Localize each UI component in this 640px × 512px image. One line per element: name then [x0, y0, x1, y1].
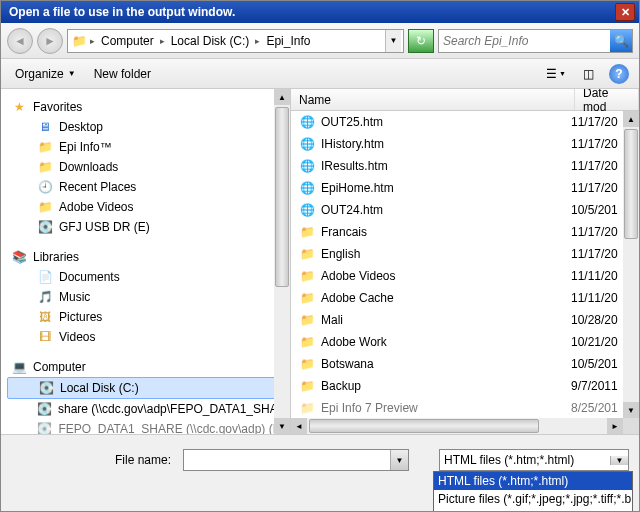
scroll-track[interactable] — [623, 127, 639, 402]
breadcrumb-seg[interactable]: Local Disk (C:) — [167, 34, 254, 48]
preview-pane-button[interactable]: ◫ — [577, 63, 599, 85]
documents-icon: 📄 — [37, 269, 53, 285]
filetype-option[interactable]: HTML files (*.htm;*.html) — [434, 472, 632, 490]
tree-item[interactable]: 🎞Videos — [7, 327, 290, 347]
file-name: Adobe Work — [321, 335, 387, 349]
breadcrumb-seg[interactable]: Epi_Info — [262, 34, 314, 48]
recent-icon: 🕘 — [37, 179, 53, 195]
file-name: OUT24.htm — [321, 203, 383, 217]
tree-item[interactable]: 📄Documents — [7, 267, 290, 287]
tree-scrollbar[interactable]: ▲ ▼ — [274, 89, 290, 434]
folder-icon: 📁 — [299, 268, 315, 284]
file-row[interactable]: 📁Epi Info 7 Preview8/25/201 — [291, 397, 639, 419]
filename-input[interactable] — [184, 450, 390, 470]
back-button[interactable]: ◄ — [7, 28, 33, 54]
list-scrollbar-h[interactable]: ◄ ► — [291, 418, 639, 434]
filetype-dropdown: HTML files (*.htm;*.html) Picture files … — [433, 471, 633, 512]
help-button[interactable]: ? — [609, 64, 629, 84]
breadcrumb[interactable]: 📁 ▸ Computer ▸ Local Disk (C:) ▸ Epi_Inf… — [67, 29, 404, 53]
drive-icon: 💽 — [38, 380, 54, 396]
tree-item[interactable]: 🖥Desktop — [7, 117, 290, 137]
tree-section-computer[interactable]: 💻Computer — [7, 357, 290, 377]
scroll-up-icon[interactable]: ▲ — [274, 89, 290, 105]
file-row[interactable]: 📁English11/17/20 — [291, 243, 639, 265]
file-row[interactable]: 📁Adobe Cache11/11/20 — [291, 287, 639, 309]
column-date[interactable]: Date mod — [575, 89, 639, 110]
scroll-down-icon[interactable]: ▼ — [274, 418, 290, 434]
filetype-combo[interactable]: HTML files (*.htm;*.html) ▼ — [439, 449, 629, 471]
file-date: 11/11/20 — [571, 269, 631, 283]
file-row[interactable]: 🌐OUT24.htm10/5/201 — [291, 199, 639, 221]
tree-item[interactable]: 💽share (\\cdc.gov\adp\FEPO_DATA1_SHARE) … — [7, 399, 290, 419]
scroll-thumb[interactable] — [309, 419, 539, 433]
search-icon[interactable]: 🔍 — [610, 30, 632, 52]
filetype-option[interactable]: Picture files (*.gif;*.jpeg;*.jpg;*.tiff… — [434, 490, 632, 508]
tree-item[interactable]: 🖼Pictures — [7, 307, 290, 327]
window-title: Open a file to use in the output window. — [5, 5, 615, 19]
folder-icon: 📁 — [37, 139, 53, 155]
file-name: Francais — [321, 225, 367, 239]
file-date: 11/17/20 — [571, 247, 631, 261]
network-drive-icon: 💽 — [37, 421, 52, 434]
list-body: 🌐OUT25.htm11/17/20🌐IHistory.htm11/17/20🌐… — [291, 111, 639, 434]
tree-item[interactable]: 📁Adobe Videos — [7, 197, 290, 217]
file-name: Adobe Cache — [321, 291, 394, 305]
scroll-right-icon[interactable]: ► — [607, 418, 623, 434]
view-button[interactable]: ☰▼ — [545, 63, 567, 85]
html-file-icon: 🌐 — [299, 202, 315, 218]
list-scrollbar-v[interactable]: ▲ ▼ — [623, 111, 639, 418]
tree-item[interactable]: 🕘Recent Places — [7, 177, 290, 197]
file-row[interactable]: 📁Mali10/28/20 — [291, 309, 639, 331]
file-row[interactable]: 📁Backup9/7/2011 — [291, 375, 639, 397]
close-button[interactable]: ✕ — [615, 3, 635, 21]
file-date: 11/17/20 — [571, 115, 631, 129]
file-name: EpiHome.htm — [321, 181, 394, 195]
breadcrumb-seg[interactable]: Computer — [97, 34, 158, 48]
toolbar: Organize▼ New folder ☰▼ ◫ ? — [1, 59, 639, 89]
column-name[interactable]: Name — [291, 89, 575, 110]
chevron-down-icon[interactable]: ▼ — [390, 450, 408, 470]
search-input[interactable] — [439, 34, 610, 48]
file-name: Adobe Videos — [321, 269, 396, 283]
file-row[interactable]: 📁Botswana10/5/201 — [291, 353, 639, 375]
tree-section-libraries[interactable]: 📚Libraries — [7, 247, 290, 267]
scroll-down-icon[interactable]: ▼ — [623, 402, 639, 418]
file-row[interactable]: 📁Francais11/17/20 — [291, 221, 639, 243]
new-folder-button[interactable]: New folder — [90, 65, 155, 83]
forward-button[interactable]: ► — [37, 28, 63, 54]
file-row[interactable]: 📁Adobe Videos11/11/20 — [291, 265, 639, 287]
star-icon: ★ — [11, 99, 27, 115]
chevron-down-icon[interactable]: ▼ — [610, 456, 628, 465]
scroll-up-icon[interactable]: ▲ — [623, 111, 639, 127]
file-name: IHistory.htm — [321, 137, 384, 151]
tree-item[interactable]: 💽GFJ USB DR (E) — [7, 217, 290, 237]
file-row[interactable]: 🌐IResults.htm11/17/20 — [291, 155, 639, 177]
filetype-option[interactable]: XML files (*.xml) — [434, 508, 632, 512]
file-row[interactable]: 🌐EpiHome.htm11/17/20 — [291, 177, 639, 199]
breadcrumb-dropdown[interactable]: ▼ — [385, 30, 401, 52]
tree-section-favorites[interactable]: ★Favorites — [7, 97, 290, 117]
libraries-icon: 📚 — [11, 249, 27, 265]
scroll-track[interactable] — [307, 418, 607, 434]
file-date: 10/5/201 — [571, 357, 631, 371]
file-row[interactable]: 🌐OUT25.htm11/17/20 — [291, 111, 639, 133]
refresh-button[interactable]: ↻ — [408, 29, 434, 53]
scroll-thumb[interactable] — [275, 107, 289, 287]
filename-combo: ▼ — [183, 449, 409, 471]
nav-tree: ★Favorites 🖥Desktop 📁Epi Info™ 📁Download… — [1, 89, 291, 434]
file-row[interactable]: 🌐IHistory.htm11/17/20 — [291, 133, 639, 155]
search-box: 🔍 — [438, 29, 633, 53]
scroll-track[interactable] — [274, 105, 290, 418]
tree-item[interactable]: 🎵Music — [7, 287, 290, 307]
file-date: 11/17/20 — [571, 225, 631, 239]
file-name: Botswana — [321, 357, 374, 371]
file-row[interactable]: 📁Adobe Work10/21/20 — [291, 331, 639, 353]
tree-item[interactable]: 📁Downloads — [7, 157, 290, 177]
tree-item[interactable]: 💽FEPO_DATA1_SHARE (\\cdc.gov\adp) (M:) — [7, 419, 290, 434]
folder-icon: 📁 — [299, 356, 315, 372]
scroll-left-icon[interactable]: ◄ — [291, 418, 307, 434]
scroll-thumb[interactable] — [624, 129, 638, 239]
organize-button[interactable]: Organize▼ — [11, 65, 80, 83]
tree-item[interactable]: 📁Epi Info™ — [7, 137, 290, 157]
tree-item-selected[interactable]: 💽Local Disk (C:) — [7, 377, 290, 399]
